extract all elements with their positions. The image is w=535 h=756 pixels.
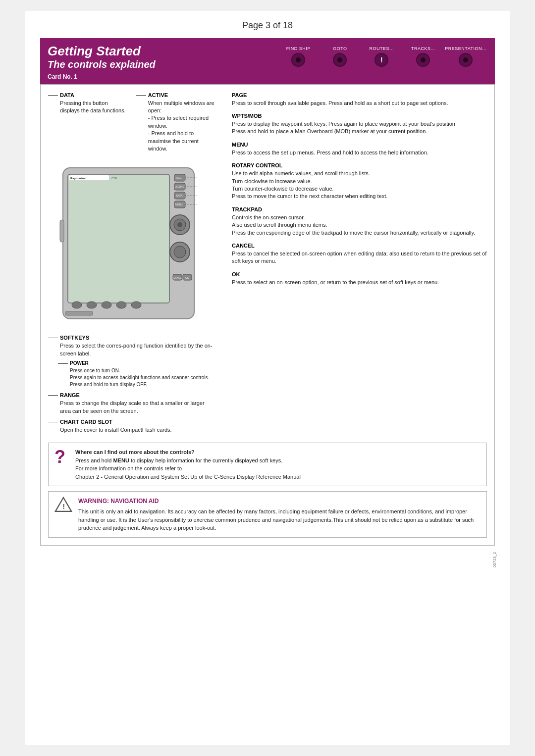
rotary-text: Use to edit alpha-numeric values, and sc… (232, 170, 487, 201)
svg-text:MENU: MENU (175, 203, 183, 206)
data-text: Pressing this button displays the data f… (60, 100, 126, 115)
nav-btn-routes[interactable]: ROUTES... ! (362, 46, 401, 67)
right-column: PAGE Press to scroll through available p… (224, 92, 487, 437)
trackpad-section: Trackpad Controls the on-screen cursor. … (229, 206, 487, 237)
device-svg: Raymarine C50 PAGE ACTIVE DATA (58, 165, 207, 329)
page-label: PAGE (232, 92, 487, 98)
page-title-sub: The controls explained (48, 58, 156, 70)
softkeys-text: Press to select the corres-ponding funct… (60, 342, 216, 357)
warning-content: WARNING: NAVIGATION AID This unit is onl… (78, 497, 481, 532)
svg-text:Raymarine: Raymarine (70, 177, 86, 180)
help-text: Where can I find out more about the cont… (75, 448, 301, 481)
nav-btn-tracks[interactable]: TRACKS... (403, 46, 443, 67)
help-title: Where can I find out more about the cont… (75, 449, 195, 455)
warning-title: WARNING: NAVIGATION AID (78, 497, 481, 505)
side-text: 00723_2 (492, 552, 497, 567)
wpts-text: Press to display the waypoint soft keys.… (232, 120, 487, 136)
ok-label: OK (232, 271, 487, 277)
menu-bold-ref: MENU (113, 457, 129, 463)
svg-text:ACTIVE: ACTIVE (175, 185, 185, 188)
cancel-section: CANCEL Press to cancel the selected on-s… (229, 243, 487, 265)
ok-text: Press to select an on-screen option, or … (232, 279, 487, 286)
svg-text:OK: OK (185, 276, 189, 279)
trackpad-text: Controls the on-screen cursor. Also used… (232, 214, 487, 237)
cancel-label: CANCEL (232, 243, 487, 249)
warning-body: This unit is only an aid to navigation. … (78, 507, 481, 532)
svg-rect-1 (68, 174, 169, 303)
ok-section: OK Press to select an on-screen option, … (229, 271, 487, 286)
svg-rect-28 (60, 220, 64, 242)
active-section: ACTIVE When multiple windows are open: -… (136, 92, 216, 156)
power-section: Power Press once to turn ON. Press again… (48, 360, 216, 388)
softkeys-label-text: Softkeys (60, 335, 216, 341)
warning-svg: ! (54, 497, 72, 512)
cancel-text: Press to cancel the selected on-screen o… (232, 250, 487, 265)
nav-btn-findship-icon[interactable] (291, 53, 305, 67)
header-titles: Getting Started The controls explained C… (48, 44, 156, 80)
svg-point-15 (177, 222, 182, 227)
warning-box: ! WARNING: NAVIGATION AID This unit is o… (48, 491, 487, 538)
wpts-label: WPTS/MOB (232, 113, 487, 119)
rotary-section: Rotary control Use to edit alpha-numeric… (229, 162, 487, 201)
help-box: ? Where can I find out more about the co… (48, 443, 487, 486)
menu-section: MENU Press to access the set up menus. P… (229, 142, 487, 156)
nav-btn-presentation[interactable]: PRESENTATION... (445, 46, 486, 67)
chartcard-label: Chart Card slot (60, 419, 172, 425)
svg-text:DATA: DATA (176, 194, 183, 197)
page-section: PAGE Press to scroll through available p… (229, 92, 487, 107)
wpts-section: WPTS/MOB Press to display the waypoint s… (229, 113, 487, 136)
svg-point-22 (72, 302, 82, 308)
svg-text:!: ! (62, 503, 65, 511)
nav-buttons: FIND SHIP GOTO ROUTES... ! TRACKS... PRE… (277, 46, 487, 67)
trackpad-label: Trackpad (232, 206, 487, 212)
svg-point-25 (116, 302, 126, 308)
chartcard-section: Chart Card slot Open the cover to instal… (48, 419, 216, 434)
header-section: Getting Started The controls explained C… (40, 38, 495, 84)
device-illustration: Raymarine C50 PAGE ACTIVE DATA (58, 165, 207, 331)
svg-text:CANCL: CANCL (173, 276, 182, 279)
active-label: ACTIVE (148, 92, 216, 98)
svg-text:PAGE: PAGE (175, 176, 182, 179)
svg-point-26 (131, 302, 141, 308)
range-section: RANGE Press to change the display scale … (48, 392, 216, 415)
svg-point-17 (174, 246, 186, 258)
softkeys-section: Softkeys Press to select the corres-pond… (48, 335, 216, 357)
nav-btn-presentation-icon[interactable] (459, 53, 473, 67)
rotary-label: Rotary control (232, 162, 487, 168)
menu-text: Press to access the set up menus. Press … (232, 149, 487, 156)
range-label: RANGE (60, 392, 216, 398)
card-number: Card No. 1 (48, 73, 156, 80)
nav-btn-tracks-icon[interactable] (416, 53, 430, 67)
data-section: DATA Pressing this button displays the d… (48, 92, 126, 156)
left-column: DATA Pressing this button displays the d… (48, 92, 216, 437)
page-text: Press to scroll through available pages.… (232, 100, 487, 107)
nav-btn-routes-icon[interactable]: ! (374, 53, 388, 67)
menu-label: MENU (232, 142, 487, 148)
question-mark-icon: ? (54, 448, 69, 466)
page-title-main: Getting Started (48, 44, 156, 58)
svg-text:C50: C50 (111, 177, 117, 180)
svg-point-23 (87, 302, 97, 308)
svg-point-24 (102, 302, 111, 308)
range-text: Press to change the display scale so tha… (60, 400, 216, 415)
active-text: When multiple windows are open: - Press … (148, 100, 216, 153)
data-label: DATA (60, 92, 126, 98)
nav-btn-goto[interactable]: GOTO (320, 46, 360, 67)
chartcard-text: Open the cover to install CompactFlash c… (60, 426, 172, 434)
power-text: Press once to turn ON. Press again to ac… (70, 367, 209, 388)
warning-triangle-icon: ! (54, 497, 72, 514)
nav-btn-findship[interactable]: FIND SHIP (278, 46, 318, 67)
page-number: Page 3 of 18 (40, 20, 495, 31)
main-content: DATA Pressing this button displays the d… (40, 84, 495, 546)
svg-rect-29 (65, 311, 93, 315)
power-label: Power (70, 360, 209, 366)
nav-btn-goto-icon[interactable] (333, 53, 347, 67)
